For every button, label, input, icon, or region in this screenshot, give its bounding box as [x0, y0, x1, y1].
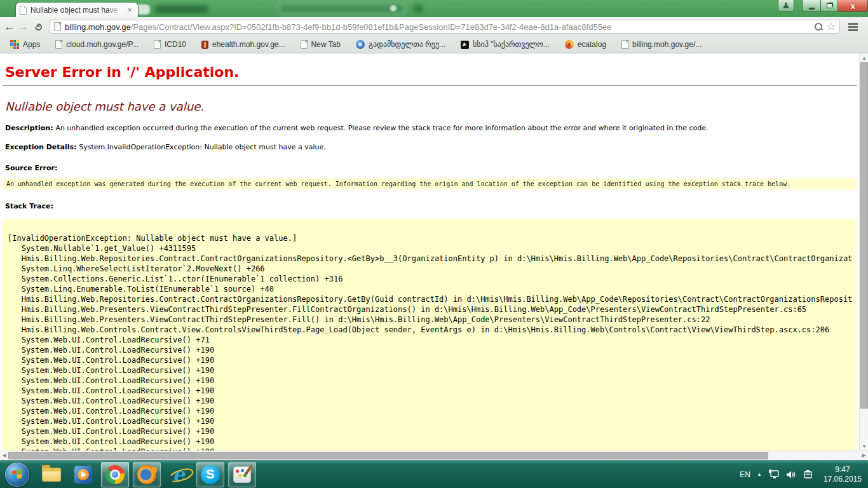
- close-button[interactable]: x: [837, 0, 868, 12]
- page-favicon-icon[interactable]: [54, 22, 61, 31]
- profile-button[interactable]: [778, 0, 794, 12]
- taskbar-item-media-player[interactable]: [69, 462, 97, 487]
- vertical-scroll-thumb[interactable]: [860, 62, 868, 409]
- bookmark-cloud-moh[interactable]: cloud.moh.gov.ge/P...: [49, 38, 145, 51]
- bookmark-new-tab[interactable]: New Tab: [294, 38, 347, 51]
- taskbar-item-chrome[interactable]: [101, 462, 129, 487]
- redacted-tab: [278, 3, 405, 15]
- redacted-tab: [154, 5, 208, 13]
- apps-grid-icon: [10, 40, 19, 49]
- scroll-right-icon[interactable]: ▶: [860, 451, 868, 460]
- skype-icon: S: [201, 465, 220, 484]
- stack-trace-label: Stack Trace:: [5, 202, 854, 210]
- windows-logo-icon: [12, 470, 22, 480]
- back-button[interactable]: ←: [0, 19, 15, 34]
- bookmark-ecatalog[interactable]: ecatalog: [559, 38, 613, 51]
- page-favicon-icon: [20, 6, 27, 15]
- page-icon: [621, 40, 628, 49]
- stack-trace-text: [InvalidOperationException: Nullable obj…: [8, 223, 851, 451]
- bookmark-label: სსიპ "საქართველო...: [473, 40, 550, 49]
- page-icon: [55, 40, 62, 49]
- close-icon: x: [850, 1, 855, 11]
- bookmark-label: ecatalog: [578, 40, 606, 49]
- taskbar-item-paint[interactable]: [228, 462, 256, 487]
- reload-icon: [33, 22, 43, 32]
- action-center-flag-icon[interactable]: [803, 470, 813, 480]
- bookmark-label: cloud.moh.gov.ge/P...: [66, 40, 139, 49]
- bookmarks-bar: Apps cloud.moh.gov.ge/P... ICD10 ehealth…: [0, 36, 868, 53]
- taskbar-item-firefox[interactable]: [133, 462, 161, 487]
- paint-icon: [233, 466, 251, 483]
- firefox-icon: [137, 465, 156, 484]
- tray-date: 17.06.2015: [824, 475, 862, 484]
- page-content: Server Error in '/' Application. Nullabl…: [0, 54, 859, 451]
- server-error-page: Server Error in '/' Application. Nullabl…: [0, 54, 859, 451]
- language-indicator[interactable]: EN: [740, 470, 750, 479]
- vertical-scrollbar[interactable]: ▲ ▼: [859, 54, 868, 451]
- exception-label: Exception Details:: [5, 143, 79, 151]
- error-description: Description: An unhandled exception occu…: [5, 124, 854, 132]
- minimize-button[interactable]: [802, 0, 820, 12]
- url-path: /Pages/Contract/View.aspx?ID=0502f1fb-b8…: [131, 22, 612, 32]
- horizontal-scrollbar[interactable]: ◀ ▶: [0, 451, 868, 460]
- desktop: Nullable object must have × x ← → billin…: [0, 0, 868, 488]
- maximize-button[interactable]: [820, 0, 837, 12]
- url-text[interactable]: billing.moh.gov.ge/Pages/Contract/View.a…: [65, 22, 810, 32]
- ecatalog-icon: [565, 40, 574, 49]
- scroll-down-icon[interactable]: ▼: [860, 442, 868, 451]
- stack-trace-box: [InvalidOperationException: Nullable obj…: [3, 219, 857, 451]
- description-text: An unhandled exception occurred during t…: [55, 124, 708, 132]
- page-icon: [301, 40, 308, 49]
- source-error-label: Source Error:: [5, 164, 854, 172]
- error-title: Server Error in '/' Application.: [5, 64, 854, 80]
- bookmark-label: Apps: [23, 40, 40, 49]
- clock[interactable]: 9:47 17.06.2015: [820, 465, 862, 484]
- explorer-icon: [42, 468, 61, 482]
- horizontal-scroll-thumb[interactable]: [8, 452, 768, 459]
- internet-explorer-icon: e: [172, 466, 184, 484]
- error-subtitle: Nullable object must have a value.: [5, 100, 854, 113]
- bookmark-gadamxdelta[interactable]: გადამხდელთა რეე...: [349, 38, 452, 51]
- cursor-icon: [461, 41, 469, 49]
- source-error-box: An unhandled exception was generated dur…: [3, 179, 857, 189]
- taskbar-item-skype[interactable]: S: [196, 462, 224, 487]
- bookmark-icd10[interactable]: ICD10: [147, 38, 193, 51]
- bookmark-apps[interactable]: Apps: [4, 38, 46, 51]
- forward-button[interactable]: →: [15, 19, 31, 34]
- redacted-tab: [413, 4, 423, 13]
- reload-button[interactable]: [31, 19, 46, 34]
- bookmark-ehealth[interactable]: ehealth.moh.gov.ge...: [195, 38, 292, 51]
- tab-strip: Nullable object must have × x: [0, 0, 868, 17]
- redacted-tab-close-icon: [390, 5, 397, 11]
- browser-tab[interactable]: Nullable object must have ×: [15, 2, 139, 17]
- scroll-up-icon[interactable]: ▲: [860, 54, 868, 62]
- blue-circle-icon: [356, 40, 365, 49]
- bookmark-label: გადამხდელთა რეე...: [369, 40, 445, 49]
- zoom-icon[interactable]: [814, 22, 823, 31]
- tab-title: Nullable object must have: [31, 6, 121, 15]
- tab-close-icon[interactable]: ×: [125, 6, 134, 15]
- chrome-menu-button[interactable]: [845, 20, 860, 33]
- taskbar-item-internet-explorer[interactable]: e: [165, 462, 193, 487]
- back-icon: ←: [4, 20, 16, 34]
- browser-toolbar: ← → billing.moh.gov.ge/Pages/Contract/Vi…: [0, 17, 868, 36]
- bookmark-star-icon[interactable]: ☆: [827, 22, 836, 31]
- start-button[interactable]: [5, 463, 29, 487]
- crest-icon: [201, 41, 208, 49]
- bookmark-billing[interactable]: billing.moh.gov.ge/...: [615, 38, 708, 51]
- bookmark-label: ehealth.moh.gov.ge...: [212, 40, 285, 49]
- network-icon[interactable]: [768, 470, 780, 480]
- person-icon: [783, 3, 789, 9]
- bookmark-ssip[interactable]: სსიპ "საქართველო...: [454, 38, 556, 51]
- minimize-icon: [809, 8, 815, 10]
- bookmark-label: billing.moh.gov.ge/...: [632, 40, 702, 49]
- volume-icon[interactable]: [786, 470, 797, 480]
- show-hidden-icons-icon[interactable]: ▲: [757, 471, 762, 477]
- scroll-left-icon[interactable]: ◀: [0, 451, 8, 460]
- taskbar-item-explorer[interactable]: [37, 462, 65, 487]
- bookmark-label: ICD10: [165, 40, 186, 49]
- url-host: billing.moh.gov.ge: [65, 22, 131, 32]
- address-bar[interactable]: billing.moh.gov.ge/Pages/Contract/View.a…: [50, 20, 840, 34]
- forward-icon: →: [17, 20, 29, 34]
- exception-text: System.InvalidOperationException: Nullab…: [79, 143, 325, 151]
